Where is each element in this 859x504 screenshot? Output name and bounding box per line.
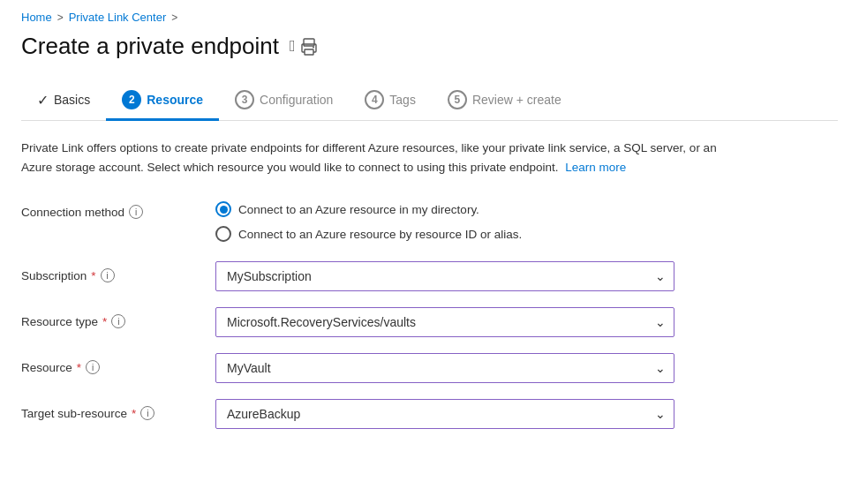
tab-label-basics: Basics [54,93,90,107]
subscription-select-wrapper: MySubscription ⌄ [215,261,674,291]
resource-type-required: * [102,315,107,328]
learn-more-link[interactable]: Learn more [565,161,626,174]
resource-select-wrapper: MyVault ⌄ [215,353,674,383]
resource-type-label: Resource type * i [21,307,215,328]
resource-type-label-text: Resource type [21,315,98,328]
tab-number-tags: 4 [365,90,384,109]
connection-method-row: Connection method i Connect to an Azure … [21,198,838,242]
target-sub-resource-label-text: Target sub-resource [21,407,127,420]
connection-method-info-icon[interactable]: i [129,205,143,219]
connection-method-control: Connect to an Azure resource in my direc… [215,198,674,242]
radio-circle-directory [215,201,231,217]
resource-required: * [77,361,81,374]
resource-control: MyVault ⌄ [215,353,674,383]
tab-label-resource: Resource [147,93,203,107]
resource-row: Resource * i MyVault ⌄ [21,353,838,383]
radio-circle-resource-id [215,226,231,242]
description-text: Private Link offers options to create pr… [21,139,745,177]
page-container: Home > Private Link Center > Create a pr… [0,0,859,466]
subscription-info-icon[interactable]: i [101,268,115,282]
tabs-bar: ✓ Basics 2 Resource 3 Configuration 4 Ta… [21,81,838,121]
tab-basics[interactable]: ✓ Basics [21,83,106,120]
radio-option-resource-id[interactable]: Connect to an Azure resource by resource… [215,226,674,242]
breadcrumb-sep-1: > [57,11,64,24]
print-icon[interactable]:  [290,37,318,56]
tab-tags[interactable]: 4 Tags [349,81,432,121]
radio-group-connection: Connect to an Azure resource in my direc… [215,198,674,242]
resource-type-control: Microsoft.RecoveryServices/vaults ⌄ [215,307,674,337]
tab-configuration[interactable]: 3 Configuration [219,81,349,121]
target-sub-resource-info-icon[interactable]: i [140,406,154,420]
subscription-required: * [91,269,95,282]
resource-type-info-icon[interactable]: i [111,314,125,328]
target-sub-resource-required: * [132,407,136,420]
radio-option-directory[interactable]: Connect to an Azure resource in my direc… [215,201,674,217]
subscription-label-text: Subscription [21,269,87,282]
target-sub-resource-row: Target sub-resource * i AzureBackup ⌄ [21,399,838,429]
subscription-label: Subscription * i [21,261,215,282]
resource-type-select-wrapper: Microsoft.RecoveryServices/vaults ⌄ [215,307,674,337]
page-header: Create a private endpoint  [21,33,838,60]
target-sub-resource-label: Target sub-resource * i [21,399,215,420]
resource-label-text: Resource [21,361,72,374]
tab-label-review: Review + create [472,93,561,107]
tab-resource[interactable]: 2 Resource [106,81,219,121]
breadcrumb: Home > Private Link Center > [21,11,838,24]
resource-type-row: Resource type * i Microsoft.RecoveryServ… [21,307,838,337]
subscription-row: Subscription * i MySubscription ⌄ [21,261,838,291]
tab-number-resource: 2 [122,90,141,109]
resource-label: Resource * i [21,353,215,374]
form-container: Connection method i Connect to an Azure … [21,198,838,429]
target-sub-resource-select[interactable]: AzureBackup [215,399,674,429]
connection-method-label: Connection method i [21,198,215,219]
tab-number-review: 5 [448,90,467,109]
tab-label-tags: Tags [389,93,416,107]
target-sub-resource-control: AzureBackup ⌄ [215,399,674,429]
radio-label-directory: Connect to an Azure resource in my direc… [238,203,479,216]
tab-number-configuration: 3 [235,90,254,109]
check-icon-basics: ✓ [37,92,49,109]
breadcrumb-section[interactable]: Private Link Center [69,11,167,24]
subscription-select[interactable]: MySubscription [215,261,674,291]
svg-rect-0 [304,39,314,46]
page-title: Create a private endpoint [21,33,279,60]
svg-rect-2 [305,49,313,55]
resource-type-select[interactable]: Microsoft.RecoveryServices/vaults [215,307,674,337]
breadcrumb-sep-2: > [171,11,177,24]
resource-info-icon[interactable]: i [86,360,100,374]
resource-select[interactable]: MyVault [215,353,674,383]
svg-point-3 [313,47,314,49]
tab-label-configuration: Configuration [260,93,333,107]
subscription-control: MySubscription ⌄ [215,261,674,291]
breadcrumb-home[interactable]: Home [21,11,52,24]
tab-review-create[interactable]: 5 Review + create [432,81,577,121]
target-sub-resource-select-wrapper: AzureBackup ⌄ [215,399,674,429]
radio-label-resource-id: Connect to an Azure resource by resource… [238,228,522,241]
